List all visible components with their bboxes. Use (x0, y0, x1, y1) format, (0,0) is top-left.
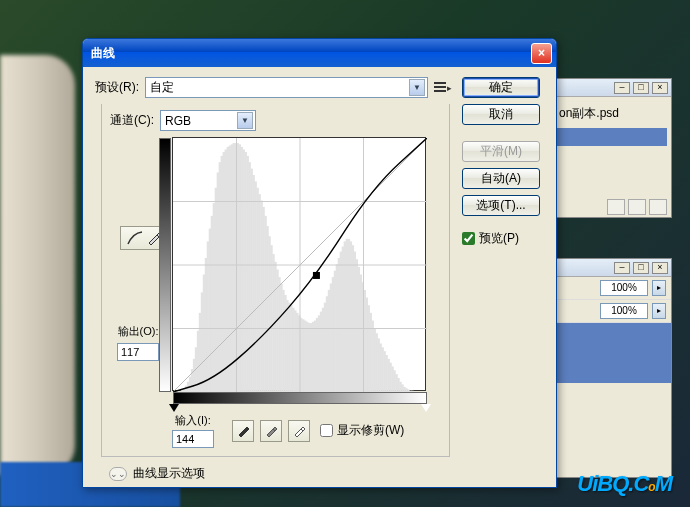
dialog-titlebar[interactable]: 曲线 × (83, 39, 556, 67)
show-clipping-input[interactable] (320, 424, 333, 437)
selected-layer[interactable] (543, 323, 671, 383)
new-doc-icon[interactable] (628, 199, 646, 215)
svg-rect-135 (313, 272, 320, 279)
chevron-expand-icon: ⌄⌄ (109, 467, 127, 481)
black-eyedropper[interactable] (232, 420, 254, 442)
preset-label: 预设(R): (95, 79, 139, 96)
curves-graph[interactable] (172, 137, 426, 391)
eyedropper-icon (264, 424, 278, 438)
minimize-icon[interactable]: – (614, 262, 630, 274)
cancel-button[interactable]: 取消 (462, 104, 540, 125)
opacity-slider-icon[interactable]: ▸ (652, 280, 666, 296)
expand-display-options[interactable]: ⌄⌄ 曲线显示选项 (109, 465, 450, 482)
eyedropper-icon (236, 424, 250, 438)
fill-row: 100% ▸ (543, 300, 671, 323)
opacity-value-2[interactable]: 100% (600, 303, 648, 319)
fill-slider-icon[interactable]: ▸ (652, 303, 666, 319)
show-clipping-label: 显示修剪(W) (337, 422, 404, 439)
ok-button[interactable]: 确定 (462, 77, 540, 98)
watermark: UiBQ.CoM (577, 471, 672, 497)
preset-combo[interactable]: 自定 ▼ (145, 77, 428, 98)
preset-value: 自定 (150, 79, 409, 96)
chevron-down-icon: ▼ (409, 79, 425, 96)
close-panel-icon[interactable]: × (652, 262, 668, 274)
channel-label: 通道(C): (110, 112, 154, 129)
show-clipping-checkbox[interactable]: 显示修剪(W) (320, 422, 404, 439)
auto-button[interactable]: 自动(A) (462, 168, 540, 189)
channel-value: RGB (165, 114, 237, 128)
trash-icon[interactable] (649, 199, 667, 215)
preview-checkbox[interactable]: 预览(P) (462, 230, 519, 247)
panel-footer-icons (607, 199, 667, 215)
close-icon[interactable]: × (531, 43, 552, 64)
input-gradient (173, 392, 427, 404)
file-name: on副本.psd (557, 101, 667, 126)
smooth-button: 平滑(M) (462, 141, 540, 162)
preset-menu-icon[interactable] (434, 81, 450, 95)
input-label: 输入(I): (175, 413, 210, 428)
white-point-slider[interactable] (421, 404, 431, 412)
new-snapshot-icon[interactable] (607, 199, 625, 215)
output-field[interactable] (117, 343, 159, 361)
curve-tool-icon (127, 231, 143, 245)
curves-dialog: 曲线 × 预设(R): 自定 ▼ 通道(C): RGB ▼ (82, 38, 557, 488)
layers-panel: – □ × 100% ▸ 100% ▸ (542, 258, 672, 478)
input-field[interactable] (172, 430, 214, 448)
dialog-title: 曲线 (91, 45, 531, 62)
expand-label: 曲线显示选项 (133, 465, 205, 482)
history-row[interactable] (557, 128, 667, 146)
options-button[interactable]: 选项(T)... (462, 195, 540, 216)
photo-hair (0, 55, 75, 475)
history-panel: – □ × on副本.psd (552, 78, 672, 218)
output-gradient (159, 138, 171, 392)
chevron-down-icon: ▼ (237, 112, 253, 129)
preview-input[interactable] (462, 232, 475, 245)
channel-group: 通道(C): RGB ▼ 输出(O): (101, 104, 450, 457)
panel2-titlebar: – □ × (543, 259, 671, 277)
curves-svg (173, 138, 427, 392)
eyedropper-icon (292, 424, 306, 438)
maximize-icon[interactable]: □ (633, 262, 649, 274)
preview-label: 预览(P) (479, 230, 519, 247)
channel-combo[interactable]: RGB ▼ (160, 110, 256, 131)
output-label: 输出(O): (118, 324, 159, 339)
gray-eyedropper[interactable] (260, 420, 282, 442)
opacity-row: 100% ▸ (543, 277, 671, 300)
close-panel-icon[interactable]: × (652, 82, 668, 94)
panel-titlebar: – □ × (553, 79, 671, 97)
maximize-icon[interactable]: □ (633, 82, 649, 94)
minimize-icon[interactable]: – (614, 82, 630, 94)
white-eyedropper[interactable] (288, 420, 310, 442)
black-point-slider[interactable] (169, 404, 179, 412)
opacity-value-1[interactable]: 100% (600, 280, 648, 296)
